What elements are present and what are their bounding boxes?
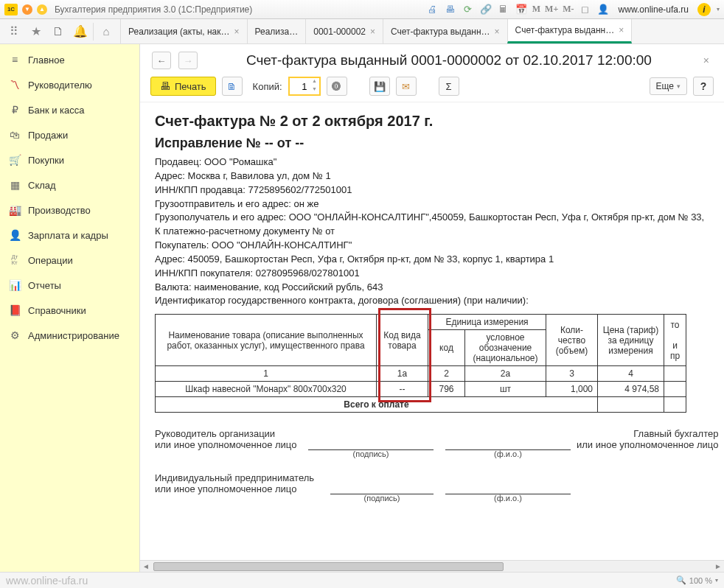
info-icon[interactable]: i (697, 3, 711, 16)
sum-button[interactable]: Σ (439, 77, 459, 96)
seller-addr-line: Адрес: Москва г, Вавилова ул, дом № 1 (155, 169, 709, 183)
list-icon: ≡ (9, 54, 21, 66)
print-icon[interactable]: 🖨 (426, 3, 439, 16)
scroll-right-icon[interactable]: ► (712, 562, 724, 570)
book-icon: 📕 (9, 304, 21, 316)
nav-fwd-button[interactable]: → (178, 52, 198, 69)
cell-price[interactable]: 4 974,58 (598, 382, 664, 397)
close-icon[interactable]: × (370, 27, 375, 37)
calc-icon[interactable]: 🖩 (497, 3, 510, 16)
sign-head-fio[interactable]: (ф.и.о.) (445, 428, 571, 450)
app-title: Бухгалтерия предприятия 3.0 (1С:Предприя… (55, 4, 252, 15)
bell-icon[interactable]: 🔔 (69, 21, 91, 43)
titlebar-tools: 🖨 🖶 ⟳ 🔗 🖩 📅 M M+ M- ◻ 👤 www.online-ufa.r… (426, 3, 720, 16)
save-button[interactable]: 💾 (369, 77, 390, 96)
chart-icon: 〽 (9, 79, 21, 91)
star-icon[interactable]: ★ (25, 21, 47, 43)
tab-invoice-1[interactable]: Счет-фактура выданн…× (383, 19, 507, 43)
mail-button[interactable]: ✉ (396, 77, 417, 96)
sidebar-item-production[interactable]: 🏭Производство (0, 197, 139, 223)
home-icon[interactable]: ⌂ (95, 21, 117, 43)
history-fwd-icon[interactable]: ▲ (37, 4, 47, 15)
grid-icon: ▦ (9, 179, 21, 191)
print-button[interactable]: 🖶Печать (150, 77, 216, 96)
tabs: Реализация (акты, нак…× Реализа… 0001-00… (120, 19, 724, 43)
tab-invoice-2[interactable]: Счет-фактура выданн…× (507, 19, 633, 43)
help-button[interactable]: ? (693, 77, 714, 96)
colnum-1a: 1а (377, 366, 428, 382)
sidebar: ≡Главное 〽Руководителю ₽Банк и касса 🛍Пр… (0, 44, 140, 572)
scroll-thumb[interactable] (153, 562, 504, 571)
mminus-icon[interactable]: M- (563, 4, 574, 15)
spin-down-icon[interactable]: ▼ (310, 86, 319, 94)
info-chevron-icon[interactable]: ▾ (717, 6, 720, 13)
sidebar-item-references[interactable]: 📕Справочники (0, 298, 139, 323)
invoice-title: Счет-фактура № 2 от 2 октября 2017 г. (155, 113, 709, 130)
buyer-addr-line: Адрес: 450059, Башкортостан Респ, Уфа г,… (155, 253, 709, 267)
sidebar-item-bank[interactable]: ₽Банк и касса (0, 97, 139, 122)
total-label: Всего к оплате (156, 397, 598, 413)
app-logo: 1C (4, 4, 18, 15)
sign-head2-label: или иное уполномоченное лицо (155, 439, 302, 450)
url-label: www.online-ufa.ru (619, 4, 689, 15)
user-icon[interactable]: 👤 (596, 3, 610, 16)
cell-unit-code[interactable]: 796 (428, 382, 465, 397)
cell-qty[interactable]: 1,000 (546, 382, 598, 397)
sidebar-item-operations[interactable]: Дт КтОперации (0, 248, 139, 273)
window-icon[interactable]: ◻ (579, 3, 592, 16)
cell-name[interactable]: Шкаф навесной "Монарх" 800x700x320 (156, 382, 377, 397)
sidebar-item-main[interactable]: ≡Главное (0, 47, 139, 72)
zero-button[interactable]: ⓿ (327, 77, 347, 96)
th-unit-name: условное обозначение (национальное) (465, 330, 546, 366)
sign-ip-fio[interactable]: (ф.и.о.) (445, 472, 571, 494)
th-price: Цена (тариф) за единицу измерения (598, 315, 664, 366)
th-cost: тои пр (664, 315, 686, 366)
sidebar-item-purchases[interactable]: 🛒Покупки (0, 147, 139, 172)
nav-back-button[interactable]: ← (152, 52, 171, 69)
horizontal-scrollbar[interactable]: ◄ ► (140, 560, 724, 572)
main-toolbar: ⠿ ★ 🗋 🔔 ⌂ Реализация (акты, нак…× Реализ… (0, 19, 724, 44)
printer-icon[interactable]: 🖶 (444, 3, 457, 16)
sidebar-item-admin[interactable]: ⚙Администрирование (0, 323, 139, 348)
clipboard-icon[interactable]: 🗋 (47, 21, 69, 43)
close-icon[interactable]: × (234, 27, 240, 37)
close-icon[interactable]: × (619, 25, 624, 35)
chevron-down-icon[interactable]: ▾ (715, 577, 718, 584)
close-icon[interactable]: × (495, 27, 500, 37)
cell-blank[interactable] (664, 382, 686, 397)
sidebar-item-salary[interactable]: 👤Зарплата и кадры (0, 223, 139, 248)
th-unit: Единица измерения (428, 315, 546, 330)
zoom-control[interactable]: 🔍 100 % ▾ (676, 575, 718, 585)
cell-code-type[interactable]: -- (377, 382, 428, 397)
sign-ip-signature[interactable]: (подпись) (330, 472, 434, 494)
sign-head-signature[interactable]: (подпись) (308, 428, 434, 450)
refresh-icon[interactable]: ⟳ (462, 3, 475, 16)
invoice-subtitle: Исправление № -- от -- (155, 136, 709, 151)
buyer-inn-line: ИНН/КПП покупателя: 0278095968/027801001 (155, 267, 709, 281)
spin-up-icon[interactable]: ▲ (310, 78, 319, 86)
colnum-4: 4 (598, 366, 664, 382)
tab-0001-000002[interactable]: 0001-000002× (305, 19, 383, 43)
apps-icon[interactable]: ⠿ (3, 21, 25, 43)
tab-realizatsiya-2[interactable]: Реализа… (247, 19, 306, 43)
sidebar-item-sales[interactable]: 🛍Продажи (0, 122, 139, 147)
close-document-icon[interactable]: × (700, 52, 712, 69)
sidebar-item-manager[interactable]: 〽Руководителю (0, 72, 139, 97)
scroll-left-icon[interactable]: ◄ (140, 562, 152, 570)
zoom-icon: 🔍 (676, 575, 686, 585)
calendar-icon[interactable]: 📅 (515, 3, 528, 16)
cell-unit-name[interactable]: шт (465, 382, 546, 397)
sidebar-item-warehouse[interactable]: ▦Склад (0, 172, 139, 197)
dtkt-icon: Дт Кт (9, 254, 21, 266)
contract-id-line: Идентификатор государственного контракта… (155, 294, 709, 308)
history-back-icon[interactable]: ▼ (22, 4, 32, 15)
more-button[interactable]: Еще▾ (650, 77, 687, 95)
th-code-type: Код вида товара (377, 315, 428, 366)
mplus-icon[interactable]: M+ (545, 4, 558, 15)
link-icon[interactable]: 🔗 (479, 3, 492, 16)
preview-button[interactable]: 🗎 (222, 77, 243, 96)
m-icon[interactable]: M (532, 4, 540, 15)
tab-realizatsiya-1[interactable]: Реализация (акты, нак…× (120, 19, 247, 43)
th-qty: Коли-чество (объем) (546, 315, 598, 366)
sidebar-item-reports[interactable]: 📊Отчеты (0, 273, 139, 298)
